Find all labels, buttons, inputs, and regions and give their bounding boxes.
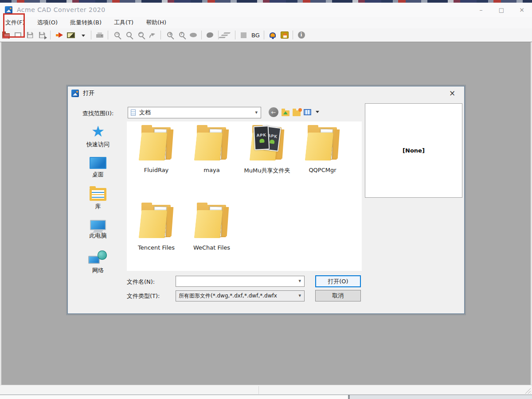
convert-button[interactable]	[53, 30, 65, 41]
filename-label: 文件名(N):	[127, 278, 155, 286]
dialog-close-button[interactable]: ×	[445, 86, 460, 100]
up-one-level-button[interactable]	[282, 110, 289, 116]
bg-label: BG	[250, 32, 261, 39]
network-icon	[88, 250, 108, 265]
view-menu-caret-icon[interactable]	[316, 111, 319, 115]
zoom-help-icon	[179, 32, 184, 37]
back-button[interactable]: ←	[269, 107, 278, 117]
folder-tile[interactable]: maya	[184, 123, 239, 189]
filename-combobox[interactable]: ▾	[176, 276, 305, 287]
sidebar-item-libraries[interactable]: 库	[71, 187, 125, 218]
folder-name: MuMu共享文件夹	[244, 167, 290, 175]
zoom-previous-icon	[138, 32, 144, 37]
zoom-button[interactable]	[122, 30, 134, 41]
eye-icon	[190, 33, 197, 37]
folder-grid: FluidRay maya APK APK MuMu共享文件夹	[129, 123, 350, 266]
folder-tile[interactable]: QQPCMgr	[295, 123, 350, 189]
zoom-previous-button[interactable]	[134, 30, 146, 41]
menu-options[interactable]: 选项(O)	[33, 17, 62, 28]
folder-tile[interactable]: WeChat Files	[184, 201, 239, 266]
toolbar-separator	[235, 31, 235, 39]
sidebar-item-this-pc[interactable]: 此电脑	[71, 218, 125, 250]
dynamic-zoom-icon	[149, 34, 155, 38]
folder-icon	[304, 123, 341, 162]
status-bar	[0, 385, 532, 395]
plot-preview-button[interactable]	[204, 30, 216, 41]
dynamic-zoom-button[interactable]	[146, 30, 158, 41]
window-controls: – □ ×	[471, 3, 532, 17]
zoom-icon	[126, 32, 132, 37]
toolbar-separator	[264, 31, 264, 39]
toolbar-separator	[218, 31, 219, 39]
bg-color-button[interactable]	[238, 30, 250, 41]
star-icon: ★	[91, 124, 105, 139]
convert-icon	[59, 32, 63, 38]
save-as-button[interactable]	[36, 30, 48, 41]
file-list-area: FluidRay maya APK APK MuMu共享文件夹	[127, 121, 362, 271]
maximize-button[interactable]: □	[491, 3, 512, 17]
export-image-button[interactable]	[65, 30, 77, 41]
bottom-strip-left	[0, 395, 349, 399]
chevron-down-icon[interactable]: ▾	[298, 278, 301, 284]
filetype-value: 所有图形文件(*.dwg,*.dxf,*.dwf,*.dwfx	[179, 292, 277, 300]
zoom-help-button[interactable]	[175, 30, 187, 41]
folder-tile[interactable]: FluidRay	[129, 123, 184, 189]
export-image-dropdown[interactable]	[77, 30, 89, 41]
toolbar: BG	[0, 28, 532, 42]
window-title: Acme CAD Converter 2020	[17, 6, 106, 13]
chevron-down-icon[interactable]: ▾	[255, 110, 258, 115]
bg-toggle-button[interactable]: BG	[250, 30, 262, 41]
zoom-out-icon	[114, 32, 120, 37]
dialog-nav-buttons: ←	[269, 107, 319, 117]
alarm-button[interactable]	[266, 30, 278, 41]
dialog-title: 打开	[83, 89, 94, 97]
cancel-button[interactable]: 取消	[315, 290, 361, 301]
view-menu-button[interactable]	[304, 109, 311, 115]
bottom-strip-right	[350, 395, 532, 399]
color-swatch-icon	[241, 32, 246, 38]
filetype-combobox[interactable]: 所有图形文件(*.dwg,*.dxf,*.dwf,*.dwfx ▾	[176, 290, 305, 301]
home-button[interactable]	[278, 30, 290, 41]
zoom-window-button[interactable]	[163, 30, 175, 41]
view-toggle-button[interactable]	[187, 30, 199, 41]
toolbar-separator	[293, 31, 293, 39]
layers-button[interactable]	[221, 30, 233, 41]
application-window: Acme CAD Converter 2020 – □ × 文件(F) 选项(O…	[0, 0, 532, 399]
sidebar-item-desktop[interactable]: 桌面	[71, 155, 125, 187]
sidebar-label: 网络	[92, 266, 104, 274]
preview-panel: [None]	[365, 103, 462, 198]
save-icon	[27, 32, 33, 38]
chevron-down-icon[interactable]: ▾	[298, 293, 301, 298]
folder-icon	[193, 201, 231, 240]
minimize-button[interactable]: –	[471, 3, 491, 17]
open-button[interactable]: 打开(O)	[315, 275, 361, 287]
chevron-down-icon	[82, 35, 85, 39]
close-button[interactable]: ×	[512, 3, 532, 17]
bottom-edge-strip	[0, 395, 532, 399]
save-button[interactable]	[24, 30, 36, 41]
new-folder-button[interactable]	[293, 110, 301, 116]
menu-help[interactable]: 帮助(H)	[141, 17, 171, 28]
menu-batch-convert[interactable]: 批量转换(B)	[66, 17, 106, 28]
about-button[interactable]	[295, 30, 307, 41]
menu-bar: 文件(F) 选项(O) 批量转换(B) 工具(T) 帮助(H)	[0, 17, 532, 28]
folder-icon	[138, 201, 175, 240]
resize-grip[interactable]	[524, 387, 531, 394]
folder-tile[interactable]: Tencent Files	[129, 201, 184, 266]
sidebar-item-network[interactable]: 网络	[71, 250, 125, 281]
print-button[interactable]	[94, 30, 106, 41]
zoom-out-button[interactable]	[110, 30, 122, 41]
sidebar-item-quick-access[interactable]: ★ 快速访问	[71, 124, 125, 155]
look-in-combobox[interactable]: 文档 ▾	[128, 107, 261, 118]
menu-tools[interactable]: 工具(T)	[110, 17, 138, 28]
filename-input[interactable]	[177, 277, 294, 286]
folder-tile[interactable]: APK APK MuMu共享文件夹	[239, 123, 295, 189]
folder-name: Tencent Files	[138, 244, 175, 251]
sidebar-label: 此电脑	[90, 232, 107, 240]
layers-icon	[223, 32, 230, 34]
toolbar-separator	[50, 31, 51, 39]
toolbar-separator	[91, 31, 91, 39]
open-file-dialog: 打开 × 查找范围(I): 文档 ▾ ← ★ 快速访问 桌面	[67, 86, 465, 314]
info-icon	[298, 31, 305, 39]
app-icon	[5, 6, 12, 14]
